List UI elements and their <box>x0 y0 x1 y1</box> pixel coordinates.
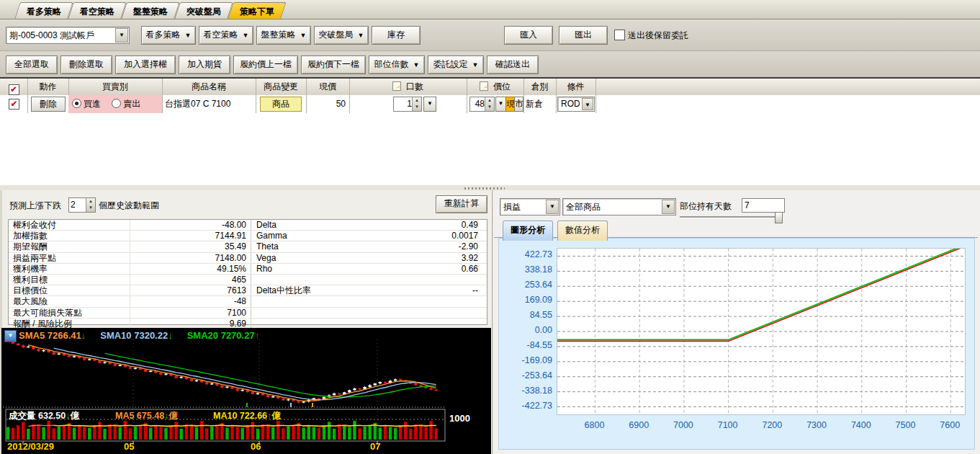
stat-value: 7148.00 <box>131 253 251 263</box>
quantity-stepper[interactable]: 1 ▲▼ <box>393 97 422 112</box>
action-button-3[interactable]: 加入期貨 <box>179 55 230 74</box>
slider-handle[interactable] <box>775 212 783 223</box>
date-label: 06 <box>251 441 261 452</box>
action-button-1[interactable]: 刪除選取 <box>60 55 112 74</box>
greek-label: Delta <box>256 220 364 230</box>
holding-days-slider[interactable] <box>680 216 781 218</box>
action-button-2[interactable]: 加入選擇權 <box>115 55 176 74</box>
delete-row-button[interactable]: 刪除 <box>31 97 66 112</box>
row-checkbox[interactable]: ✔ <box>9 99 19 110</box>
y-axis-label: -169.09 <box>502 355 552 365</box>
stat-value: 465 <box>131 275 251 285</box>
order-table-header: ✔ 動作 買賣別 商品名稱 商品變更 現價 ☝口數 ☝價位 倉別 條件 <box>0 77 980 97</box>
stat-value: -48 <box>131 296 251 306</box>
action-button-0[interactable]: 全部選取 <box>6 55 58 74</box>
toolbar-actions: 全部選取刪除選取加入選擇權加入期貨履約價上一檔履約價下一檔部位倍數▼委託設定▼確… <box>0 51 980 77</box>
select-all-checkbox[interactable]: ✔ <box>9 84 19 95</box>
y-axis-label: 169.09 <box>502 295 552 305</box>
last-price-value: 50 <box>336 99 346 109</box>
quantity-dropdown-icon[interactable]: ▼ <box>423 97 436 112</box>
tab-strategy-3[interactable]: 突破盤局 <box>174 2 233 19</box>
product-filter-select[interactable]: 全部商品 ▼ <box>562 198 676 215</box>
stepper-arrows-icon[interactable]: ▲▼ <box>86 198 95 212</box>
export-button[interactable]: 匯出 <box>559 26 608 45</box>
y-axis-label: -422.73 <box>502 401 552 411</box>
stats-row: 最大可能損失落點7100 <box>9 308 487 319</box>
col-condition: 條件 <box>556 79 596 96</box>
import-button[interactable]: 匯入 <box>504 26 553 45</box>
greek-label: Rho <box>256 264 364 274</box>
stats-row: 加權指數7144.91Gamma0.0017 <box>9 231 487 241</box>
strategy-dropdown-button-1[interactable]: 看空策略▼ <box>199 26 253 45</box>
chevron-down-icon: ▼ <box>185 32 192 39</box>
greek-value: 0.49 <box>367 220 482 230</box>
chevron-down-icon: ▼ <box>300 32 307 39</box>
market-flag-button[interactable]: 市 <box>514 97 523 112</box>
action-button-4[interactable]: 履約價上一檔 <box>233 55 298 74</box>
strategy-dropdown-button-0[interactable]: 看多策略▼ <box>141 26 196 45</box>
order-settings-dropdown-0[interactable]: 部位倍數▼ <box>369 55 425 74</box>
stat-value: 49.15% <box>131 264 251 274</box>
strategy-stats-table: 權利金收付-48.00Delta0.49加權指數7144.91Gamma0.00… <box>8 219 487 325</box>
sell-radio[interactable]: 賣出 <box>112 99 140 109</box>
stat-label: 損益兩平點 <box>13 253 128 263</box>
stepper-arrows-icon[interactable]: ▲▼ <box>485 97 494 111</box>
splitter-handle[interactable] <box>464 187 505 190</box>
analysis-tab-1[interactable]: 數值分析 <box>557 221 608 241</box>
x-axis-label: 7100 <box>706 420 750 430</box>
stats-row: 獲利機率49.15%Rho0.66 <box>9 264 487 275</box>
toolbar-account: 期-005-0003 測試帳戶 ▼ 看多策略▼看空策略▼盤整策略▼突破盤局▼庫存… <box>0 19 980 51</box>
candlestick-chart <box>1 339 491 454</box>
inventory-button[interactable]: 庫存 <box>372 26 421 45</box>
strategy-dropdown-button-3[interactable]: 突破盤局▼ <box>314 26 369 45</box>
order-settings-dropdown-1[interactable]: 委託設定▼ <box>428 55 484 74</box>
date-label: 05 <box>124 441 134 452</box>
tab-strategy-2[interactable]: 盤整策略 <box>121 2 179 19</box>
confirm-send-button[interactable]: 確認送出 <box>487 55 539 74</box>
account-select-value: 期-005-0003 測試帳戶 <box>9 30 114 42</box>
payoff-chart: 422.73338.18253.64169.0984.550.00-84.55-… <box>498 238 975 450</box>
keep-order-checkbox[interactable]: ✔ <box>614 30 625 40</box>
tab-strategy-1[interactable]: 看空策略 <box>68 2 126 19</box>
stat-label: 最大可能損失落點 <box>13 308 128 318</box>
x-axis-label: 7400 <box>840 420 883 430</box>
price-dropdown-icon[interactable]: ▼ <box>495 97 506 112</box>
greek-value: 0.66 <box>367 264 482 274</box>
buy-radio-circle[interactable] <box>72 99 81 108</box>
tab-strategy-0[interactable]: 看多策略 <box>14 2 73 19</box>
action-button-5[interactable]: 履約價下一檔 <box>301 55 366 74</box>
volume-ma-label: 成交量 632.50↓億 <box>9 410 79 422</box>
account-select[interactable]: 期-005-0003 測試帳戶 ▼ <box>6 27 130 44</box>
chevron-down-icon[interactable]: ▼ <box>662 200 675 214</box>
kline-chart: ▼ SMA5 7266.41↓SMA10 7320.22↓SMA20 7270.… <box>1 328 491 454</box>
y-axis-label: -338.18 <box>502 386 552 396</box>
stats-row: 權利金收付-48.00Delta0.49 <box>9 220 487 231</box>
chevron-down-icon[interactable]: ▼ <box>115 28 128 43</box>
y-axis-label: 0.00 <box>502 325 552 335</box>
buy-radio[interactable]: 買進 <box>72 99 101 109</box>
forecast-prefix-label: 預測上漲下跌 <box>9 200 61 212</box>
strategy-dropdown-button-2[interactable]: 盤整策略▼ <box>256 26 311 45</box>
metric-select[interactable]: 損益 ▼ <box>500 198 560 215</box>
volatility-range-stepper[interactable]: 2 ▲▼ <box>68 197 96 213</box>
chevron-down-icon[interactable]: ▼ <box>582 98 593 110</box>
chevron-down-icon: ▼ <box>413 61 420 68</box>
stats-row: 目標價位7613Delta中性比率-- <box>9 285 487 296</box>
sell-radio-circle[interactable] <box>112 99 121 108</box>
chevron-down-icon[interactable]: ▼ <box>546 200 559 214</box>
date-label: 2012/03/29 <box>7 441 54 452</box>
price-stepper[interactable]: 48 ▲▼ <box>469 97 495 112</box>
analysis-tab-0[interactable]: 圖形分析 <box>503 221 553 241</box>
tab-active-strategy-4[interactable]: 策略下單 <box>228 2 286 19</box>
greek-label <box>256 275 364 285</box>
change-product-button[interactable]: 商品 <box>260 97 302 112</box>
hand-edit-icon: ☝ <box>480 81 491 91</box>
holding-days-input[interactable] <box>742 198 785 213</box>
recalculate-button[interactable]: 重新計算 <box>436 195 487 213</box>
col-position: 倉別 <box>523 79 557 96</box>
condition-select[interactable]: ROD ▼ <box>557 97 595 112</box>
forecast-suffix-label: 個歷史波動範圍 <box>99 200 159 212</box>
volume-ma-label: MA10 722.66↑億 <box>213 410 281 422</box>
stepper-arrows-icon[interactable]: ▲▼ <box>412 97 421 111</box>
greek-value <box>367 296 482 306</box>
